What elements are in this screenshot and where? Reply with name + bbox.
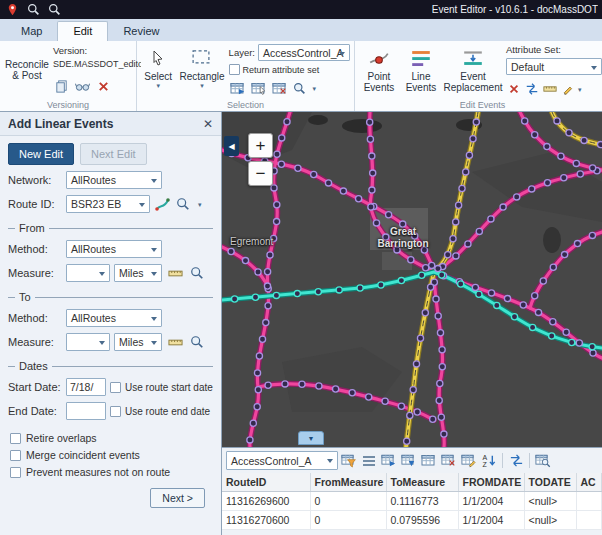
add-linear-events-panel: Add Linear Events ✕ New Edit Next Edit N… — [0, 112, 222, 535]
from-zoom-icon[interactable] — [188, 264, 206, 282]
clear-selection-icon[interactable] — [271, 79, 289, 97]
tab-edit[interactable]: Edit — [57, 21, 108, 41]
to-measure-select[interactable] — [66, 333, 110, 351]
table-layer-select[interactable]: AccessControl_A — [226, 451, 338, 470]
event-replacement-button[interactable]: Event Replacement — [443, 44, 503, 98]
collapse-panel-left-button[interactable]: ◀ — [224, 136, 239, 156]
menu-list-icon[interactable] — [360, 452, 378, 470]
select-tool-label: Select — [144, 71, 172, 82]
collapse-table-button[interactable]: ▼ — [298, 431, 324, 445]
col-ac[interactable]: AC — [576, 473, 602, 492]
zoom-out-button[interactable]: − — [248, 161, 273, 186]
reconcile-post-button[interactable]: Reconcile & Post — [4, 44, 50, 96]
from-method-select[interactable]: AllRoutes — [66, 240, 162, 258]
col-tomeasure[interactable]: ToMeasure — [386, 473, 458, 492]
from-section-label: From — [8, 222, 213, 234]
zoom-in-button[interactable]: + — [248, 133, 273, 158]
open-table-icon[interactable] — [420, 452, 438, 470]
toolbar-separator — [529, 453, 530, 468]
cell-todate: <null> — [524, 511, 576, 530]
table-options-icon[interactable] — [534, 452, 552, 470]
col-routeid[interactable]: RouteID — [222, 473, 310, 492]
ribbon-group-versioning: Reconcile & Post Version: SDE.MASSDOT_ed… — [0, 41, 137, 111]
from-unit-select[interactable]: Miles — [114, 264, 162, 282]
sort-icon[interactable] — [480, 452, 498, 470]
select-route-on-map-icon[interactable] — [154, 195, 172, 213]
return-attribute-set-checkbox[interactable] — [229, 64, 240, 75]
retire-overlaps-checkbox[interactable] — [10, 433, 21, 444]
layer-select[interactable]: AccessControl_A — [258, 44, 350, 61]
selection-more-icon[interactable]: ▾ — [313, 85, 317, 92]
delete-event-icon[interactable] — [506, 80, 521, 98]
to-section-label: To — [8, 291, 213, 303]
from-measure-label: Measure: — [8, 267, 62, 279]
attribute-table-toolbar: AccessControl_A — [222, 448, 602, 473]
edit-attributes-icon[interactable] — [560, 80, 575, 98]
table-row[interactable]: 11316269600 0 0.1116773 1/1/2004 <null> — [222, 492, 602, 511]
clear-table-selection-icon[interactable] — [440, 452, 458, 470]
cell-tomeasure: 0.0795596 — [386, 511, 458, 530]
ribbon-group-selection: Select ▾ Rectangle ▾ Layer: AccessContro… — [137, 41, 355, 111]
zoom-tool-icon[interactable] — [25, 2, 42, 17]
switch-selection-icon[interactable] — [507, 452, 525, 470]
measure-tool-icon[interactable] — [542, 80, 557, 98]
to-zoom-icon[interactable] — [188, 333, 206, 351]
network-select[interactable]: AllRoutes — [66, 171, 162, 189]
cell-routeid: 11316269600 — [222, 492, 310, 511]
cell-frommeasure: 0 — [310, 492, 386, 511]
map-canvas[interactable] — [222, 112, 602, 447]
zoom-to-selection-icon[interactable] — [292, 79, 310, 97]
attribute-set-select[interactable]: Default — [506, 58, 602, 75]
new-edit-button[interactable]: New Edit — [8, 143, 74, 165]
next-button[interactable]: Next > — [150, 488, 205, 508]
filter-icon[interactable] — [340, 452, 358, 470]
select-records-icon[interactable] — [380, 452, 398, 470]
table-row[interactable]: 11316270600 0 0.0795596 1/1/2004 <null> — [222, 511, 602, 530]
versions-icon[interactable] — [53, 77, 71, 95]
to-unit-select[interactable]: Miles — [114, 333, 162, 351]
close-icon[interactable]: ✕ — [203, 117, 213, 131]
version-label: Version: — [53, 45, 141, 56]
prevent-measures-checkbox[interactable] — [10, 467, 21, 478]
zoom-to-route-icon[interactable] — [176, 195, 194, 213]
to-measure-on-map-icon[interactable] — [166, 333, 184, 351]
from-measure-select[interactable] — [66, 264, 110, 282]
app-pin-icon[interactable] — [4, 2, 21, 17]
route-id-label: Route ID: — [8, 198, 62, 210]
select-all-icon[interactable] — [400, 452, 418, 470]
point-events-button[interactable]: Point Events — [359, 44, 399, 98]
map-area[interactable]: Egremont Great Barrington ◀ + − ▼ — [222, 112, 602, 447]
edit-events-more-icon[interactable]: ▾ — [578, 86, 582, 93]
route-id-select[interactable]: BSR23 EB — [66, 195, 150, 213]
conflicts-icon[interactable] — [74, 77, 92, 95]
search-tool-icon[interactable] — [46, 2, 63, 17]
start-date-input[interactable]: 7/18/ — [66, 378, 106, 396]
use-route-start-checkbox[interactable] — [110, 382, 121, 393]
to-method-select[interactable]: AllRoutes — [66, 309, 162, 327]
col-fromdate[interactable]: FROMDATE — [458, 473, 524, 492]
rectangle-tool-button[interactable]: Rectangle ▾ — [178, 44, 225, 98]
col-todate[interactable]: TODATE — [524, 473, 576, 492]
reselect-icon[interactable] — [250, 79, 268, 97]
from-measure-on-map-icon[interactable] — [166, 264, 184, 282]
zoom-route-caret-icon[interactable]: ▾ — [198, 201, 202, 208]
next-edit-button[interactable]: Next Edit — [80, 143, 147, 165]
merge-coincident-checkbox[interactable] — [10, 450, 21, 461]
end-date-input[interactable] — [66, 402, 106, 420]
edit-records-icon[interactable] — [460, 452, 478, 470]
tab-review[interactable]: Review — [108, 22, 174, 41]
select-cursor-icon — [146, 46, 170, 70]
line-events-button[interactable]: Line Events — [402, 44, 440, 98]
to-method-label: Method: — [8, 312, 62, 324]
group-label-versioning: Versioning — [0, 100, 136, 110]
switch-measures-icon[interactable] — [524, 80, 539, 98]
col-frommeasure[interactable]: FromMeasure — [310, 473, 386, 492]
delete-version-icon[interactable] — [95, 77, 113, 95]
select-tool-button[interactable]: Select ▾ — [141, 44, 175, 98]
map-label-egremont: Egremont — [230, 236, 273, 247]
tab-map[interactable]: Map — [6, 22, 57, 41]
line-events-icon — [409, 46, 433, 70]
select-by-attributes-icon[interactable] — [229, 79, 247, 97]
cell-tomeasure: 0.1116773 — [386, 492, 458, 511]
use-route-end-checkbox[interactable] — [110, 406, 121, 417]
